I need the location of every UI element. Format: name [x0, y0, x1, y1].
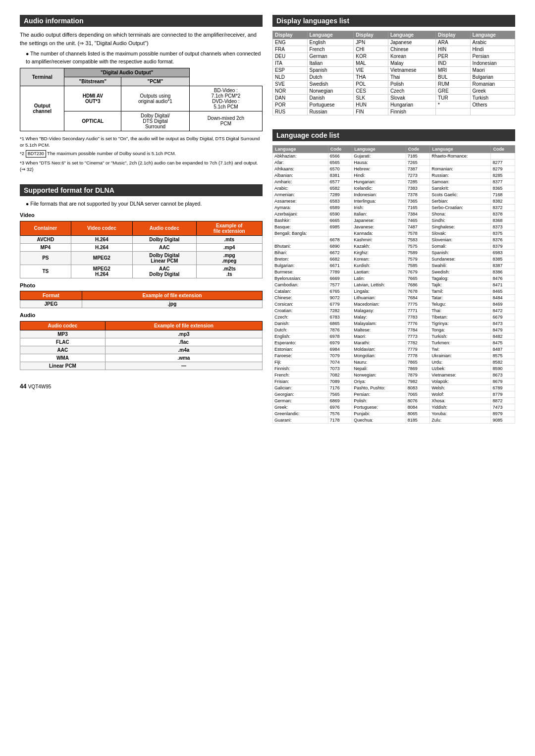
- col-bitstream: "Bitstream": [64, 77, 121, 86]
- dlna-title: Supported format for DLNA: [20, 184, 263, 196]
- table-row: ENGEnglishJPNJapaneseARAArabic: [273, 39, 515, 46]
- table-row: Breton:6682Korean:7579Sundanese:8385: [273, 256, 515, 263]
- col-code1: Code: [328, 146, 352, 153]
- table-row: Aymara:6589Irish:7165Serbo-Croatian:8372: [273, 205, 515, 211]
- audio-info-section: Audio information The audio output diffe…: [20, 15, 263, 174]
- table-row: DANDanishSLKSlovakTURTurkish: [273, 95, 515, 102]
- col-file-ext-audio: Example of file extension: [105, 321, 262, 330]
- table-row: FRAFrenchCHIChineseHINHindi: [273, 46, 515, 53]
- language-code-section: Language code list Language Code Languag…: [272, 129, 515, 424]
- video-heading: Video: [20, 211, 263, 219]
- col-pcm: "PCM": [121, 77, 190, 86]
- col-language3: Language: [470, 31, 515, 39]
- table-row: Arabic:6582Icelandic:7383Sanskrit:8365: [273, 185, 515, 192]
- table-row: Bihari:6672Kirghiz:7589Spanish:6983: [273, 250, 515, 256]
- table-row: AVCHDH.264Dolby Digital.mts: [20, 235, 263, 243]
- col-container: Container: [20, 221, 71, 235]
- table-row: French:7082Norwegian:7879Vietnamese:8673: [273, 372, 515, 378]
- audio-heading: Audio: [20, 311, 263, 320]
- table-row: TSMPEG2H.264AACDolby Digital.m2ts.ts: [20, 265, 263, 278]
- table-row: Catalan:6765Lingala:7678Tamil:8465: [273, 288, 515, 295]
- table-row: MP3.mp3: [20, 330, 263, 338]
- table-row: FLAC.flac: [20, 338, 263, 346]
- col-digital-audio: "Digital Audio Output": [64, 68, 189, 77]
- table-row: Bulgarian:6671Kurdish:7585Swahili:8387: [273, 263, 515, 269]
- language-code-table: Language Code Language Code Language Cod…: [272, 145, 515, 424]
- table-row: NORNorwegianCESCzechGREGreek: [273, 88, 515, 95]
- table-row: Czech:6783Malay:7783Tibetan:6679: [273, 314, 515, 321]
- table-row: Georgian:7565Persian:7065Wolof:8779: [273, 391, 515, 398]
- col-video-codec: Video codec: [71, 221, 132, 235]
- optical-pcm: Down-mixed 2chPCM: [189, 111, 262, 131]
- page-number: 44: [20, 383, 28, 390]
- table-row: SVESwedishPOLPolishRUMRomanian: [273, 81, 515, 88]
- table-row: Basque:6985Javanese:7487Singhalese:8373: [273, 224, 515, 230]
- table-row: 6678Kashmiri:7583Slovenian:8376: [273, 237, 515, 243]
- video-table: Container Video codec Audio codec Exampl…: [20, 221, 263, 278]
- table-row: Afar:6565Hausa:72658277: [273, 160, 515, 166]
- table-row: ITAItalianMALMalayINDIndonesian: [273, 60, 515, 67]
- table-row: Frisian:7089Oriya:7982Volapük:8679: [273, 378, 515, 385]
- table-row: Armenian:7289Indonesian:7378Scots Gaelic…: [273, 192, 515, 198]
- table-row: AAC.m4a: [20, 346, 263, 354]
- table-row: JPEG.jpg: [20, 300, 263, 308]
- table-row: Greenlandic:7576Punjabi:8065Yoruba:8979: [273, 411, 515, 417]
- table-row: MP4H.264AAC.mp4: [20, 243, 263, 251]
- photo-table: Format Example of file extension JPEG.jp…: [20, 291, 263, 308]
- table-row: ESPSpanishVIEVietnameseMRIMaori: [273, 67, 515, 74]
- optical-bitstream: Dolby Digital/DTS DigitalSurround: [121, 111, 190, 131]
- table-row: PSMPEG2Dolby DigitalLinear PCM.mpg.mpeg: [20, 251, 263, 265]
- table-row: Estonian:6984Moldavian:7779Twi:8487: [273, 346, 515, 353]
- col-language2: Language: [388, 31, 435, 39]
- table-row: Azerbaijani:6590Italian:7384Shona:8378: [273, 211, 515, 217]
- language-code-title: Language code list: [272, 129, 515, 141]
- display-languages-section: Display languages list Display Language …: [272, 15, 515, 119]
- table-row: Amharic:6577Hungarian:7285Samoan:8377: [273, 179, 515, 185]
- table-row: Faroese:7079Mongolian:7778Ukrainian:8575: [273, 353, 515, 359]
- table-row: German:6869Polish:8076Xhosa:8872: [273, 398, 515, 404]
- table-row: Abkhazian:6566Gujarati:7185Rhaeto-Romanc…: [273, 153, 515, 160]
- page-number-block: 44 VQT4W95: [20, 383, 263, 390]
- note1: *1 When "BD-Video Secondary Audio" is se…: [20, 135, 263, 149]
- optical-terminal: OPTICAL: [64, 111, 121, 131]
- col-language1: Language: [307, 31, 354, 39]
- col-display3: Display: [436, 31, 471, 39]
- table-row: PORPortugueseHUNHungarian*Others: [273, 102, 515, 108]
- display-languages-title: Display languages list: [272, 15, 515, 27]
- table-row: Croatian:7282Malagasy:7771Thai:8472: [273, 308, 515, 314]
- audio-output-table: Terminal "Digital Audio Output" "Bitstre…: [20, 68, 263, 131]
- col-code2: Code: [406, 146, 429, 153]
- table-row: Albanian:8381Hindi:7273Russian:8285: [273, 172, 515, 179]
- table-row: Burmese:7789Laotian:7679Swedish:8386: [273, 269, 515, 275]
- table-row: Assamese:6583Interlingua:7365Serbian:838…: [273, 198, 515, 205]
- table-row: Finnish:7073Nepali:7869Uzbek:8590: [273, 366, 515, 372]
- note3: *3 When "DTS Neo:6" is set to "Cinema" o…: [20, 160, 263, 173]
- table-row: Danish:6865Malayalam:7776Tigrinya:8473: [273, 321, 515, 327]
- table-row: Guarani:7178Quechua:8185Zulu:9085: [273, 417, 515, 424]
- table-row: Byelorussian:6669Latin:7665Tagalog:8476: [273, 275, 515, 282]
- table-row: Dutch:7876Maltese:7784Tonga:8479: [273, 327, 515, 333]
- table-row: RUSRussianFINFinnish: [273, 108, 515, 115]
- table-row: NLDDutchTHAThaiBULBulgarian: [273, 74, 515, 81]
- col-lang1: Language: [273, 146, 328, 153]
- audio-info-bullet: ● The number of channels listed is the m…: [20, 50, 263, 66]
- hdmi-pcm: BD-Video :7.1ch PCM*2DVD-Video :5.1ch PC…: [189, 86, 262, 111]
- col-file-ext-photo: Example of file extension: [82, 291, 262, 300]
- audio-info-description: The audio output differs depending on wh…: [20, 31, 263, 47]
- table-row: Bashkir:6665Japanese:7465Sindhi:8368: [273, 217, 515, 224]
- table-row: WMA.wma: [20, 354, 263, 362]
- table-row: Cambodian:7577Latvian, Lettish:7686Tajik…: [273, 282, 515, 288]
- page-code: VQT4W95: [28, 384, 52, 389]
- col-lang3: Language: [430, 146, 491, 153]
- dlna-section: Supported format for DLNA ● File formats…: [20, 184, 263, 373]
- table-row: Greek:6976Portuguese:8084Yiddish:7473: [273, 404, 515, 411]
- display-languages-table: Display Language Display Language Displa…: [272, 31, 515, 115]
- col-display1: Display: [273, 31, 308, 39]
- table-row: Bengali; Bangla:Kannada:7578Slovak:8375: [273, 230, 515, 237]
- table-row: Corsican:6779Macedonian:7775Telugu:8469: [273, 301, 515, 308]
- output-channel-label: Outputchannel: [20, 86, 64, 131]
- table-row: Esperanto:6979Marathi:7782Turkmen:8475: [273, 340, 515, 346]
- table-row: English:6978Maori:7773Turkish:8482: [273, 333, 515, 340]
- audio-info-title: Audio information: [20, 15, 263, 27]
- table-row: Linear PCM—: [20, 362, 263, 370]
